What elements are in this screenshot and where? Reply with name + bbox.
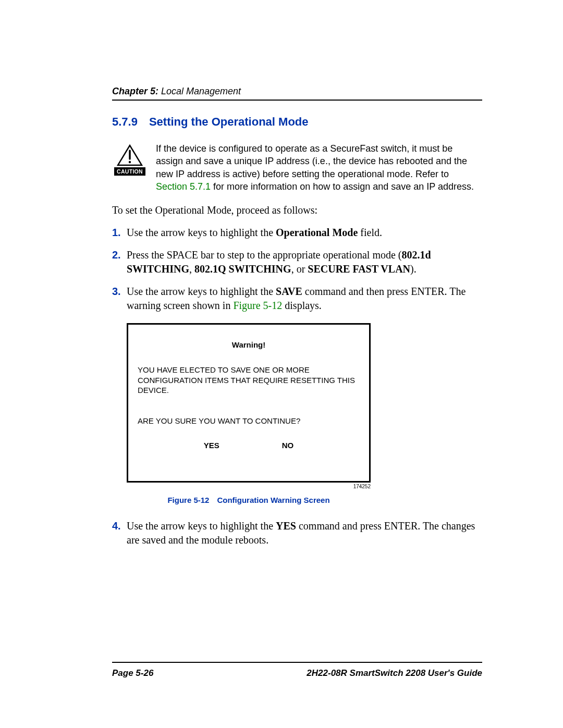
caution-text: If the device is configured to operate a… bbox=[156, 142, 482, 193]
figure-yes-option: YES bbox=[204, 441, 219, 450]
figure-message: YOU HAVE ELECTED TO SAVE ONE OR MORE CON… bbox=[138, 365, 360, 396]
page-footer: Page 5-26 2H22-08R SmartSwitch 2208 User… bbox=[112, 662, 482, 678]
step-number: 4. bbox=[112, 519, 127, 533]
caution-text-post: for more information on how to assign an… bbox=[211, 181, 474, 192]
list-item: 1. Use the arrow keys to highlight the O… bbox=[112, 226, 482, 240]
step-number: 2. bbox=[112, 248, 127, 262]
svg-point-2 bbox=[129, 161, 131, 163]
step-body: Use the arrow keys to highlight the Oper… bbox=[127, 226, 482, 240]
figure-confirm: ARE YOU SURE YOU WANT TO CONTINUE? bbox=[138, 416, 360, 425]
figure-caption: Figure 5-12 Configuration Warning Screen bbox=[127, 496, 371, 504]
list-item: 3. Use the arrow keys to highlight the S… bbox=[112, 285, 482, 313]
guide-title: 2H22-08R SmartSwitch 2208 User's Guide bbox=[307, 668, 482, 678]
figure-options: YES NO bbox=[138, 441, 360, 450]
step-body: Use the arrow keys to highlight the YES … bbox=[127, 519, 482, 547]
chapter-prefix: Chapter 5: bbox=[112, 86, 158, 96]
page-number: Page 5-26 bbox=[112, 668, 153, 678]
section-heading: 5.7.9Setting the Operational Mode bbox=[112, 115, 482, 129]
chapter-header: Chapter 5: Local Management bbox=[112, 86, 482, 101]
list-item: 4. Use the arrow keys to highlight the Y… bbox=[112, 519, 482, 547]
figure-warning-title: Warning! bbox=[138, 340, 360, 349]
list-item: 2. Press the SPACE bar to step to the ap… bbox=[112, 248, 482, 276]
step-number: 3. bbox=[112, 285, 127, 299]
caution-label: CAUTION bbox=[114, 167, 145, 176]
section-title: Setting the Operational Mode bbox=[149, 115, 309, 128]
figure-refnum: 174252 bbox=[127, 483, 371, 489]
warning-screen-figure: Warning! YOU HAVE ELECTED TO SAVE ONE OR… bbox=[127, 323, 371, 483]
step-number: 1. bbox=[112, 226, 127, 240]
section-link[interactable]: Section 5.7.1 bbox=[156, 181, 211, 192]
caution-icon: CAUTION bbox=[112, 142, 148, 176]
figure-link[interactable]: Figure 5-12 bbox=[233, 300, 282, 311]
step-body: Press the SPACE bar to step to the appro… bbox=[127, 248, 482, 276]
intro-text: To set the Operational Mode, proceed as … bbox=[112, 204, 482, 216]
step-body: Use the arrow keys to highlight the SAVE… bbox=[127, 285, 482, 313]
figure-no-option: NO bbox=[282, 441, 294, 450]
figure-container: Warning! YOU HAVE ELECTED TO SAVE ONE OR… bbox=[112, 323, 482, 504]
section-number: 5.7.9 bbox=[112, 115, 138, 128]
procedure-list-continued: 4. Use the arrow keys to highlight the Y… bbox=[112, 519, 482, 547]
caution-text-pre: If the device is configured to operate a… bbox=[156, 143, 467, 179]
procedure-list: 1. Use the arrow keys to highlight the O… bbox=[112, 226, 482, 313]
caution-block: CAUTION If the device is configured to o… bbox=[112, 142, 482, 193]
chapter-title: Local Management bbox=[158, 86, 241, 96]
